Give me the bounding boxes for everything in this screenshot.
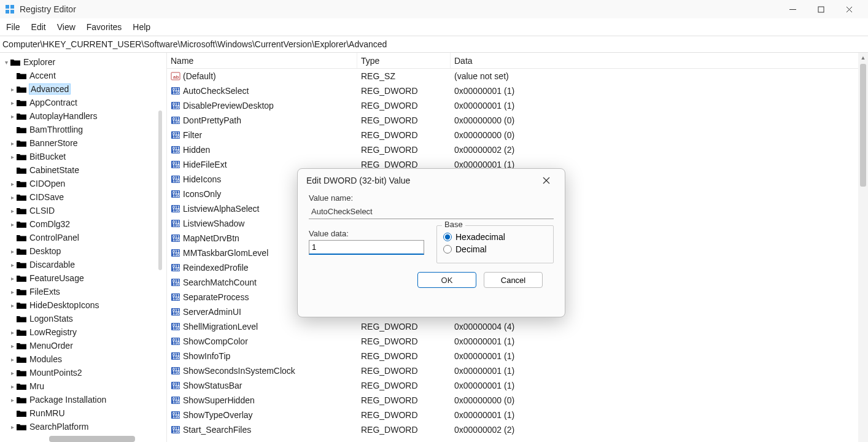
tree-item[interactable]: ▸HideDesktopIcons <box>0 298 166 312</box>
column-name[interactable]: Name <box>167 53 357 68</box>
list-row[interactable]: 011110ShowInfoTipREG_DWORD0x00000001 (1) <box>167 349 868 363</box>
list-row[interactable]: 011110ShowSuperHiddenREG_DWORD0x00000000… <box>167 393 868 408</box>
list-row[interactable]: 011110ShowTypeOverlayREG_DWORD0x00000001… <box>167 408 868 422</box>
tree-item[interactable]: ▸MenuOrder <box>0 339 166 352</box>
svg-text:110: 110 <box>172 385 180 389</box>
list-row[interactable]: 011110HiddenREG_DWORD0x00000002 (2) <box>167 142 868 157</box>
chevron-right-icon: ▸ <box>9 221 16 228</box>
list-row[interactable]: 011110ShowCompColorREG_DWORD0x00000001 (… <box>167 334 868 349</box>
list-row[interactable]: 011110FilterREG_DWORD0x00000000 (0) <box>167 128 868 142</box>
svg-rect-5 <box>818 7 824 12</box>
tree-item[interactable]: ▸CIDSave <box>0 190 166 204</box>
tree-item[interactable]: ▸LowRegistry <box>0 325 166 339</box>
chevron-right-icon: ▸ <box>9 343 16 349</box>
tree-item[interactable]: ▸CIDOpen <box>0 177 166 190</box>
chevron-right-icon: ▸ <box>9 275 16 282</box>
tree-item[interactable]: RunMRU <box>0 406 166 420</box>
menu-help[interactable]: Help <box>133 22 150 32</box>
svg-rect-0 <box>6 5 9 9</box>
tree-item[interactable]: ▸FileExts <box>0 285 166 298</box>
list-row[interactable]: 011110ShowStatusBarREG_DWORD0x00000001 (… <box>167 378 868 393</box>
address-bar[interactable]: Computer\HKEY_CURRENT_USER\Software\Micr… <box>0 36 868 53</box>
value-data-label: Value data: <box>309 229 424 238</box>
radio-decimal[interactable]: Decimal <box>443 244 547 254</box>
tree-item[interactable]: LogonStats <box>0 312 166 325</box>
tree-item[interactable]: ▸Package Installation <box>0 393 166 406</box>
column-type[interactable]: Type <box>357 53 451 68</box>
tree-item[interactable]: ▸AutoplayHandlers <box>0 109 166 123</box>
svg-rect-3 <box>10 10 14 14</box>
chevron-right-icon: ▸ <box>9 86 16 93</box>
tree-item[interactable]: ▸FeatureUsage <box>0 271 166 285</box>
scroll-up-icon[interactable]: ▲ <box>858 53 868 63</box>
tree-item-explorer[interactable]: ▾Explorer <box>0 55 166 69</box>
chevron-right-icon: ▸ <box>9 262 16 268</box>
menu-view[interactable]: View <box>57 22 76 32</box>
tree-item[interactable]: ▸Modules <box>0 352 166 366</box>
chevron-right-icon: ▸ <box>9 153 16 160</box>
tree-item[interactable]: ▸Discardable <box>0 258 166 271</box>
tree-item[interactable]: ▸SearchPlatform <box>0 420 166 433</box>
list-row[interactable]: 011110AutoCheckSelectREG_DWORD0x00000001… <box>167 83 868 98</box>
list-row[interactable]: 011110ShellMigrationLevelREG_DWORD0x0000… <box>167 319 868 334</box>
list-row[interactable]: 011110DisablePreviewDesktopREG_DWORD0x00… <box>167 98 868 113</box>
radio-hex-input[interactable] <box>443 233 452 241</box>
minimize-button[interactable] <box>778 0 807 18</box>
tree-item[interactable]: Accent <box>0 69 166 82</box>
tree-item[interactable]: ▸Advanced <box>0 82 166 96</box>
maximize-button[interactable] <box>807 0 835 18</box>
tree-item[interactable]: ▸ComDlg32 <box>0 217 166 231</box>
close-button[interactable] <box>835 0 863 18</box>
svg-text:110: 110 <box>172 326 180 330</box>
tree-item[interactable]: CabinetState <box>0 163 166 177</box>
tree-item[interactable]: ▸BitBucket <box>0 150 166 163</box>
list-row[interactable]: 011110DontPrettyPathREG_DWORD0x00000000 … <box>167 113 868 128</box>
radio-hexadecimal[interactable]: Hexadecimal <box>443 232 547 242</box>
tree-item[interactable]: BamThrottling <box>0 123 166 136</box>
list-row[interactable]: ab(Default)REG_SZ(value not set) <box>167 69 868 83</box>
chevron-right-icon: ▸ <box>9 140 16 147</box>
chevron-right-icon: ▸ <box>9 302 16 309</box>
tree-item[interactable]: ▸Mru <box>0 379 166 393</box>
scroll-thumb[interactable] <box>860 64 866 187</box>
svg-text:110: 110 <box>172 208 180 212</box>
tree-item[interactable]: ▸BannerStore <box>0 136 166 150</box>
tree-item[interactable]: ▸CLSID <box>0 204 166 217</box>
list-row[interactable]: 011110ShowSecondsInSystemClockREG_DWORD0… <box>167 363 868 378</box>
svg-text:110: 110 <box>172 164 180 168</box>
svg-text:110: 110 <box>172 400 180 404</box>
splitter-handle[interactable] <box>158 110 162 270</box>
value-name-field[interactable] <box>309 204 554 219</box>
column-data[interactable]: Data <box>451 53 868 68</box>
cancel-button[interactable]: Cancel <box>484 272 543 288</box>
svg-text:110: 110 <box>172 134 180 139</box>
svg-text:110: 110 <box>172 429 180 433</box>
svg-text:110: 110 <box>172 149 180 153</box>
tree-item[interactable]: ▸Desktop <box>0 244 166 258</box>
chevron-right-icon: ▸ <box>9 207 16 214</box>
dialog-close-button[interactable] <box>537 171 556 190</box>
svg-text:ab: ab <box>173 74 179 80</box>
list-vertical-scrollbar[interactable]: ▲ <box>858 53 868 442</box>
list-row[interactable]: 011110Start_SearchFilesREG_DWORD0x000000… <box>167 422 868 437</box>
radio-dec-input[interactable] <box>443 245 452 254</box>
tree-item[interactable]: ▸AppContract <box>0 96 166 109</box>
svg-rect-1 <box>10 5 14 9</box>
svg-text:110: 110 <box>172 341 180 345</box>
tree-item[interactable]: ▸MountPoints2 <box>0 366 166 379</box>
value-data-field[interactable] <box>309 240 424 255</box>
chevron-right-icon: ▸ <box>9 329 16 336</box>
svg-text:110: 110 <box>172 355 180 360</box>
window-titlebar: Registry Editor <box>0 0 868 18</box>
chevron-right-icon: ▸ <box>9 194 16 201</box>
menu-favorites[interactable]: Favorites <box>87 22 122 32</box>
edit-dword-dialog: Edit DWORD (32-bit) Value Value name: Va… <box>297 168 565 317</box>
base-label: Base <box>442 220 465 229</box>
tree-view[interactable]: ▾ExplorerAccent▸Advanced▸AppContract▸Aut… <box>0 53 167 442</box>
ok-button[interactable]: OK <box>417 272 476 288</box>
menu-edit[interactable]: Edit <box>31 22 46 32</box>
menu-file[interactable]: File <box>6 22 20 32</box>
chevron-right-icon: ▸ <box>9 397 16 403</box>
tree-horizontal-scrollbar[interactable] <box>49 436 135 442</box>
tree-item[interactable]: ControlPanel <box>0 231 166 244</box>
